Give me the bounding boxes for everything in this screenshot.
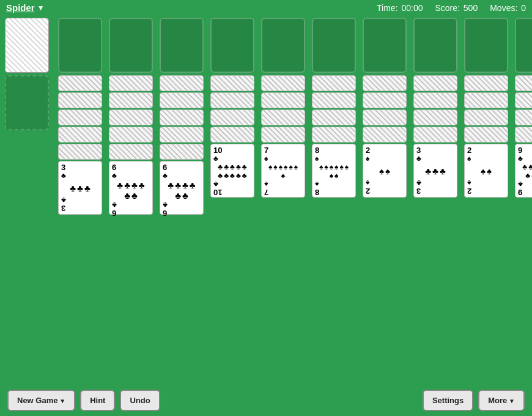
completed-pile [5, 75, 49, 130]
col7-fd-3 [363, 110, 407, 125]
settings-button[interactable]: Settings [423, 390, 473, 411]
col2-stack: 6 ♣ ♣♣ ♣♣ ♣♣ 6 ♣ [109, 75, 153, 216]
col1-fd-2 [58, 92, 102, 108]
col6-stack: 8 ♠ ♠♠ ♠♠ ♠♠ ♠♠ 8 ♠ [312, 75, 356, 199]
game-title[interactable]: Spider [6, 2, 35, 13]
col10-stack: 9 ♣ ♣♣ ♣♣ ♣♣ ♣♣ ♣ 9 ♣ [515, 75, 532, 199]
col1-stack: 3 ♣ ♣ ♣ ♣ 3 ♣ [58, 75, 102, 216]
col2-fd-2 [109, 92, 153, 108]
column-10[interactable]: 9 ♣ ♣♣ ♣♣ ♣♣ ♣♣ ♣ 9 ♣ [513, 18, 532, 216]
col2-fd-4 [109, 127, 153, 143]
col4-fd-1 [210, 75, 254, 91]
col6-fu-1[interactable]: 8 ♠ ♠♠ ♠♠ ♠♠ ♠♠ 8 ♠ [312, 144, 356, 198]
moves-display: Moves: 0 [490, 3, 526, 13]
column-1[interactable]: 3 ♣ ♣ ♣ ♣ 3 ♣ [56, 18, 104, 216]
col8-fd-4 [413, 127, 457, 143]
undo-button[interactable]: Undo [120, 390, 160, 411]
col2-fu-1[interactable]: 6 ♣ ♣♣ ♣♣ ♣♣ 6 ♣ [109, 161, 153, 215]
col10-empty-slot [515, 18, 532, 73]
col8-stack: 3 ♣ ♣ ♣ ♣ 3 ♣ [413, 75, 457, 199]
col7-stack: 2 ♠ ♠ ♠ 2 ♠ [363, 75, 407, 199]
col6-fd-3 [312, 110, 356, 125]
col1-fd-4 [58, 127, 102, 143]
column-2[interactable]: 6 ♣ ♣♣ ♣♣ ♣♣ 6 ♣ [107, 18, 155, 216]
header-stats: Time: 00:00 Score: 500 Moves: 0 [377, 3, 526, 13]
column-7[interactable]: 2 ♠ ♠ ♠ 2 ♠ [361, 18, 408, 216]
column-6[interactable]: 8 ♠ ♠♠ ♠♠ ♠♠ ♠♠ 8 ♠ [310, 18, 358, 216]
column-3[interactable]: 6 ♣ ♣♣ ♣♣ ♣♣ 6 ♣ [158, 18, 205, 216]
col3-fd-3 [160, 110, 204, 125]
col2-fd-5 [109, 144, 153, 160]
col8-fu-1[interactable]: 3 ♣ ♣ ♣ ♣ 3 ♣ [413, 144, 457, 198]
col1-fd-5 [58, 144, 102, 160]
col7-empty-slot [363, 18, 407, 73]
col4-fd-4 [210, 127, 254, 143]
col7-fd-4 [363, 127, 407, 143]
col6-fd-2 [312, 92, 356, 108]
col9-fu-1[interactable]: 2 ♠ ♠ ♠ 2 ♠ [464, 144, 508, 198]
stock-pile[interactable] [5, 18, 56, 216]
col5-fd-1 [261, 75, 305, 91]
col7-fd-1 [363, 75, 407, 91]
col1-empty-slot [58, 18, 102, 73]
col4-fu-1[interactable]: 10 ♣ ♣♣♣ ♣♣♣ ♣♣♣ ♣ 10 ♣ [210, 144, 254, 198]
column-8[interactable]: 3 ♣ ♣ ♣ ♣ 3 ♣ [412, 18, 459, 216]
col5-empty-slot [261, 18, 305, 73]
col3-fd-2 [160, 92, 204, 108]
col3-empty-slot [160, 18, 204, 73]
col10-fd-3 [515, 110, 532, 125]
col9-fd-1 [464, 75, 508, 91]
col6-fd-4 [312, 127, 356, 143]
col5-fd-3 [261, 110, 305, 125]
col10-fu-1[interactable]: 9 ♣ ♣♣ ♣♣ ♣♣ ♣♣ ♣ 9 ♣ [515, 144, 532, 198]
new-game-button[interactable]: New Game [7, 390, 75, 411]
col8-fd-2 [413, 92, 457, 108]
col4-stack: 10 ♣ ♣♣♣ ♣♣♣ ♣♣♣ ♣ 10 ♣ [210, 75, 254, 199]
column-4[interactable]: 10 ♣ ♣♣♣ ♣♣♣ ♣♣♣ ♣ 10 ♣ [209, 18, 256, 216]
col1-fu-1[interactable]: 3 ♣ ♣ ♣ ♣ 3 ♣ [58, 161, 102, 215]
score-display: Score: 500 [435, 3, 478, 13]
col4-empty-slot [210, 18, 254, 73]
title-dropdown-icon[interactable]: ▼ [37, 4, 45, 12]
col10-fd-2 [515, 92, 532, 108]
stock-card[interactable] [5, 18, 49, 73]
col5-fd-2 [261, 92, 305, 108]
col2-empty-slot [109, 18, 153, 73]
col3-stack: 6 ♣ ♣♣ ♣♣ ♣♣ 6 ♣ [160, 75, 204, 216]
col3-fd-5 [160, 144, 204, 160]
col5-fu-1[interactable]: 7 ♠ ♠♠ ♠♠ ♠♠ ♠ 7 ♠ [261, 144, 305, 198]
col9-fd-4 [464, 127, 508, 143]
header: Spider ▼ Time: 00:00 Score: 500 Moves: 0 [0, 0, 532, 15]
more-button[interactable]: More [478, 390, 525, 411]
footer-left-buttons: New Game Hint Undo [7, 390, 160, 411]
col5-stack: 7 ♠ ♠♠ ♠♠ ♠♠ ♠ 7 ♠ [261, 75, 305, 199]
column-5[interactable]: 7 ♠ ♠♠ ♠♠ ♠♠ ♠ 7 ♠ [259, 18, 307, 216]
col9-fd-2 [464, 92, 508, 108]
col8-fd-1 [413, 75, 457, 91]
main-game-area: 3 ♣ ♣ ♣ ♣ 3 ♣ [0, 15, 532, 216]
col9-fd-3 [464, 110, 508, 125]
footer: New Game Hint Undo Settings More [0, 384, 532, 416]
header-left: Spider ▼ [6, 2, 45, 13]
col6-empty-slot [312, 18, 356, 73]
col10-fd-4 [515, 127, 532, 143]
column-9[interactable]: 2 ♠ ♠ ♠ 2 ♠ [462, 18, 510, 216]
footer-right-buttons: Settings More [423, 390, 525, 411]
col8-fd-3 [413, 110, 457, 125]
col8-empty-slot [413, 18, 457, 73]
col10-fd-1 [515, 75, 532, 91]
hint-button[interactable]: Hint [80, 390, 115, 411]
col1-fd-1 [58, 75, 102, 91]
col2-fd-1 [109, 75, 153, 91]
tableau: 3 ♣ ♣ ♣ ♣ 3 ♣ [56, 18, 532, 216]
col7-fd-2 [363, 92, 407, 108]
col2-fd-3 [109, 110, 153, 125]
col3-fu-1[interactable]: 6 ♣ ♣♣ ♣♣ ♣♣ 6 ♣ [160, 161, 204, 215]
col1-fd-3 [58, 110, 102, 125]
col7-fu-1[interactable]: 2 ♠ ♠ ♠ 2 ♠ [363, 144, 407, 198]
col6-fd-1 [312, 75, 356, 91]
col9-stack: 2 ♠ ♠ ♠ 2 ♠ [464, 75, 508, 199]
col5-fd-4 [261, 127, 305, 143]
col3-fd-4 [160, 127, 204, 143]
time-display: Time: 00:00 [377, 3, 423, 13]
